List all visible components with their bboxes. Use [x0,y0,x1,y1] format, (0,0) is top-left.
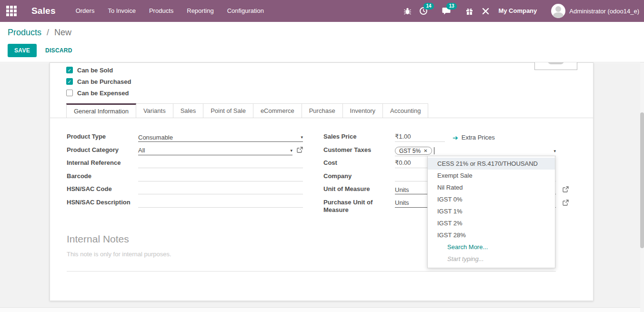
dropdown-option-igst-2[interactable]: IGST 2% [428,217,555,229]
user-name: Administrator (odoo14_e) [569,8,639,15]
main-menu: Orders To Invoice Products Reporting Con… [69,0,271,22]
external-link-icon[interactable] [297,147,303,154]
breadcrumb-current: New [54,28,71,37]
internal-notes-input[interactable]: This note is only for internal purposes. [67,251,171,258]
product-type-select[interactable]: Consumable ▾ [138,133,303,142]
internal-reference-input[interactable] [138,159,303,168]
product-category-select[interactable]: All ▾ [138,146,292,155]
messages-chat-icon[interactable]: 13 [438,0,454,22]
field-barcode: Barcode [67,171,303,185]
gift-icon[interactable] [461,0,477,22]
customer-taxes-input[interactable]: GST 5% ✕ ▾ [395,146,556,156]
top-navbar: Sales Orders To Invoice Products Reporti… [0,0,644,22]
notebook-tabs: General Information Variants Sales Point… [50,103,593,118]
chatter-divider [0,307,644,312]
scrollbar-thumb[interactable] [640,112,644,248]
tools-icon[interactable] [477,0,493,22]
checkmark-icon: ✓ [66,67,73,73]
dropdown-search-more[interactable]: Search More... [428,241,555,253]
barcode-input[interactable] [138,172,303,181]
empty-checkbox [66,90,73,96]
messages-badge: 13 [446,3,456,10]
product-options: ✓ Can be Sold ✓ Can be Purchased Can be … [66,64,131,99]
save-button[interactable]: SAVE [8,44,37,57]
app-title[interactable]: Sales [31,6,56,16]
checkbox-can-be-sold[interactable]: ✓ Can be Sold [66,64,131,76]
menu-configuration[interactable]: Configuration [221,0,271,22]
dropdown-start-typing: Start typing... [428,253,555,265]
extra-prices-button[interactable]: ➔ Extra Prices [453,134,495,141]
avatar [551,4,565,18]
activities-badge: 14 [423,3,433,10]
hsn-sac-code-input[interactable] [138,185,303,194]
field-sales-price: Sales Price ₹1.00 ➔ Extra Prices [323,132,556,145]
field-internal-reference: Internal Reference [67,158,303,171]
dropdown-option-igst-28[interactable]: IGST 28% [428,229,555,241]
checkbox-can-be-purchased[interactable]: ✓ Can be Purchased [66,76,131,87]
chevron-down-icon[interactable]: ▾ [553,149,556,153]
tab-purchase[interactable]: Purchase [302,103,343,118]
checkbox-can-be-expensed[interactable]: Can be Expensed [66,87,131,99]
sales-price-input[interactable]: ₹1.00 [395,133,445,142]
remove-tag-icon[interactable]: ✕ [423,148,427,153]
apps-menu-button[interactable] [0,0,23,22]
menu-products[interactable]: Products [142,0,180,22]
dropdown-option-nil-rated[interactable]: Nil Rated [428,181,555,193]
dropdown-option-igst-1[interactable]: IGST 1% [428,205,555,217]
activities-clock-icon[interactable]: 14 [415,0,432,22]
user-menu[interactable]: Administrator (odoo14_e) [544,4,639,18]
bug-icon[interactable] [399,0,415,22]
tab-accounting[interactable]: Accounting [382,103,428,118]
breadcrumb-separator: / [47,28,49,37]
breadcrumb: Products / New [8,28,71,38]
tab-ecommerce[interactable]: eCommerce [253,103,302,118]
tab-inventory[interactable]: Inventory [342,103,383,118]
external-link-icon[interactable] [563,186,569,194]
tab-variants[interactable]: Variants [136,103,173,118]
customer-taxes-dropdown: CESS 21% or RS.4170/THOUSAND Exempt Sale… [427,156,555,268]
chevron-down-icon: ▾ [301,135,303,140]
tab-point-of-sale[interactable]: Point of Sale [203,103,253,118]
notes-divider [67,271,556,272]
tab-sales[interactable]: Sales [173,103,204,118]
menu-to-invoice[interactable]: To Invoice [101,0,142,22]
checkmark-icon: ✓ [66,78,73,85]
company-switcher[interactable]: My Company [493,0,544,22]
chevron-down-icon: ▾ [290,148,292,153]
field-hsn-sac-code: HSN/SAC Code [67,184,303,198]
apps-grid-icon [6,6,17,16]
breadcrumb-products-link[interactable]: Products [8,28,41,37]
menu-reporting[interactable]: Reporting [180,0,220,22]
discard-button[interactable]: DISCARD [45,47,72,54]
dropdown-option-igst-0[interactable]: IGST 0% [428,193,555,205]
fields-left-column: Product Type Consumable ▾ Product Catego… [67,132,303,211]
field-product-type: Product Type Consumable ▾ [67,132,303,145]
tab-general-information[interactable]: General Information [66,103,136,118]
hsn-sac-description-input[interactable] [138,199,303,208]
vertical-scrollbar[interactable] [640,22,644,312]
dropdown-option-cess-21[interactable]: CESS 21% or RS.4170/THOUSAND [428,158,555,170]
field-product-category: Product Category All ▾ [67,145,303,159]
dropdown-option-exempt-sale[interactable]: Exempt Sale [428,170,555,181]
menu-orders[interactable]: Orders [69,0,101,22]
arrow-right-icon: ➔ [453,134,458,141]
field-hsn-sac-description: HSN/SAC Description [67,198,303,211]
text-cursor [434,147,434,154]
product-image-uploader[interactable] [534,62,577,70]
internal-notes-title: Internal Notes [67,233,129,245]
tax-tag-gst5: GST 5% ✕ [395,147,432,155]
external-link-icon[interactable] [563,200,569,207]
control-panel: Products / New SAVE DISCARD [0,22,644,62]
